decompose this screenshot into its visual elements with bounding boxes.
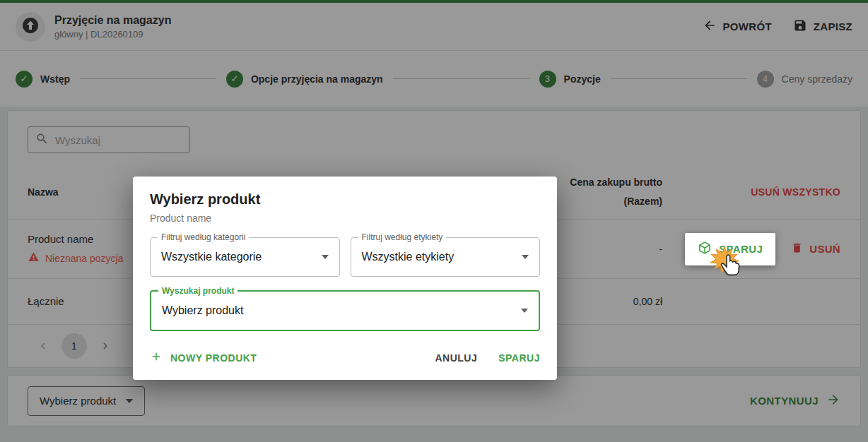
label-filter-select[interactable]: Filtruj według etykiety Wszystkie etykie…: [351, 237, 541, 277]
modal-subtitle: Product name: [150, 213, 540, 224]
product-search-value: Wybierz produkt: [162, 304, 243, 317]
product-search-select[interactable]: Wyszukaj produkt Wybierz produkt: [150, 290, 540, 331]
pair-button[interactable]: SPARUJ: [685, 233, 775, 265]
modal-footer: NOWY PRODUKT ANULUJ SPARUJ: [150, 350, 540, 365]
confirm-pair-button[interactable]: SPARUJ: [498, 352, 540, 364]
app-screen: Przyjęcie na magazyn główny | DL20260109…: [0, 0, 868, 442]
label-filter-value: Wszystkie etykiety: [362, 251, 454, 263]
category-filter-value: Wszystkie kategorie: [161, 251, 262, 263]
modal-title: Wybierz produkt: [150, 191, 540, 208]
modal-filters: Filtruj według kategorii Wszystkie kateg…: [150, 237, 540, 277]
new-product-button[interactable]: NOWY PRODUKT: [150, 350, 257, 365]
product-search-label: Wyszukaj produkt: [158, 286, 237, 296]
pair-button-label: SPARUJ: [719, 243, 763, 255]
label-filter-label: Filtruj według etykiety: [358, 232, 447, 242]
chevron-down-icon: [322, 255, 329, 259]
chevron-down-icon: [521, 309, 528, 313]
cancel-button[interactable]: ANULUJ: [435, 352, 477, 364]
select-product-modal: Wybierz produkt Product name Filtruj wed…: [133, 177, 557, 380]
category-filter-select[interactable]: Filtruj według kategorii Wszystkie kateg…: [150, 237, 340, 277]
chevron-down-icon: [522, 255, 529, 259]
new-product-label: NOWY PRODUKT: [170, 352, 257, 364]
package-icon: [698, 241, 712, 257]
plus-icon: [150, 350, 163, 365]
category-filter-label: Filtruj według kategorii: [158, 232, 249, 242]
